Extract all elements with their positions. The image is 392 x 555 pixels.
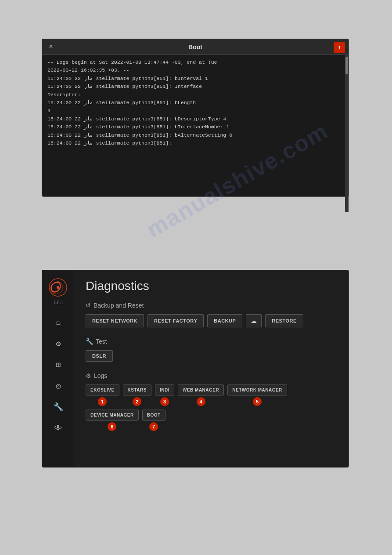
webmanager-number: 4 — [197, 397, 205, 406]
cloud-button[interactable]: ☁ — [246, 314, 262, 327]
grid-icon[interactable]: ⊞ — [50, 357, 66, 373]
devicemanager-number: 6 — [108, 422, 116, 431]
diagnostics-main: Diagnostics ↺ Backup and Reset RESET NET… — [75, 270, 349, 467]
page-title: Diagnostics — [86, 279, 338, 293]
backup-reset-label: Backup and Reset — [94, 302, 144, 309]
wrench-icon[interactable]: 🔧 — [50, 399, 66, 415]
test-icon: 🔧 — [86, 338, 93, 345]
logs-icon: ⚙ — [86, 372, 91, 379]
scrollbar[interactable] — [345, 55, 349, 212]
log-webmanager-wrap: WEB MANAGER 4 — [178, 385, 224, 406]
test-section: 🔧 Test DSLR — [86, 338, 338, 362]
log-line-9: 15:24:00 22 مار stellarmate python3[851]… — [47, 131, 343, 139]
boot-content: -- Logs begin at Sat 2022-01-08 13:47:44… — [42, 55, 349, 196]
networkmanager-button[interactable]: NETWORK MANAGER — [227, 385, 287, 395]
wifi-icon[interactable]: ◎ — [50, 378, 66, 394]
test-label: Test — [96, 338, 107, 345]
close-button[interactable]: × — [47, 43, 55, 51]
log-line-10: 15:24:00 22 مار stellarmate python3[851]… — [47, 139, 343, 147]
log-line-3: 15:24:00 22 مار stellarmate python3[851]… — [47, 83, 343, 91]
indi-button[interactable]: INDI — [155, 385, 174, 395]
reset-network-button[interactable]: RESET NETWORK — [86, 314, 144, 327]
restore-button[interactable]: RESTORE — [265, 314, 303, 327]
boot-title: Boot — [188, 44, 202, 51]
home-icon[interactable]: ⌂ — [50, 315, 66, 330]
devicemanager-button[interactable]: DEVICE MANAGER — [86, 410, 139, 421]
version-label: 1.6.1 — [54, 300, 63, 305]
log-networkmanager-wrap: NETWORK MANAGER 5 — [227, 385, 287, 406]
log-boot-wrap: BOOT 7 — [142, 410, 165, 431]
logs-section: ⚙ Logs EKOSLIVE 1 KSTARS 2 INDI 3 WEB MA… — [86, 372, 338, 431]
log-devicemanager-wrap: DEVICE MANAGER 6 — [86, 410, 139, 431]
upload-button[interactable]: ⬆ — [334, 42, 345, 53]
log-line-0: -- Logs begin at Sat 2022-01-08 13:47:44… — [47, 58, 343, 66]
log-line-5: 15:24:00 22 مار stellarmate python3[851]… — [47, 99, 343, 107]
log-line-8: 15:24:00 22 مار stellarmate python3[851]… — [47, 123, 343, 131]
backup-button[interactable]: BACKUP — [207, 314, 242, 327]
reset-factory-button[interactable]: RESET FACTORY — [147, 314, 204, 327]
kstars-button[interactable]: KSTARS — [123, 385, 151, 395]
boot-titlebar: × Boot ⬆ — [42, 39, 349, 55]
boot-window: × Boot ⬆ -- Logs begin at Sat 2022-01-08… — [42, 39, 349, 197]
logs-buttons: EKOSLIVE 1 KSTARS 2 INDI 3 WEB MANAGER 4… — [86, 385, 338, 431]
backup-reset-buttons: RESET NETWORK RESET FACTORY BACKUP ☁ RES… — [86, 314, 338, 327]
settings-icon[interactable]: ⚙ — [50, 336, 66, 352]
diagnostics-window: 1.6.1 ⌂ ⚙ ⊞ ◎ 🔧 👁 Diagnostics ↺ Backup a… — [42, 270, 349, 468]
dslr-button[interactable]: DSLR — [86, 350, 113, 362]
backup-reset-header: ↺ Backup and Reset — [86, 302, 338, 309]
log-ekoslive-wrap: EKOSLIVE 1 — [86, 385, 119, 406]
networkmanager-number: 5 — [253, 397, 262, 406]
backup-reset-section: ↺ Backup and Reset RESET NETWORK RESET F… — [86, 302, 338, 327]
sidebar: 1.6.1 ⌂ ⚙ ⊞ ◎ 🔧 👁 — [42, 270, 75, 467]
svg-point-1 — [57, 286, 59, 289]
logs-header: ⚙ Logs — [86, 372, 338, 379]
log-line-6: 9 — [47, 107, 343, 115]
boot-log-button[interactable]: BOOT — [142, 410, 165, 421]
ekoslive-button[interactable]: EKOSLIVE — [86, 385, 119, 395]
log-kstars-wrap: KSTARS 2 — [123, 385, 151, 406]
test-buttons: DSLR — [86, 350, 338, 362]
log-line-2: 15:24:00 22 مار stellarmate python3[851]… — [47, 75, 343, 83]
test-header: 🔧 Test — [86, 338, 338, 345]
webmanager-button[interactable]: WEB MANAGER — [178, 385, 224, 395]
logs-label: Logs — [94, 372, 107, 379]
indi-number: 3 — [160, 397, 169, 406]
log-line-1: 2022-03-22 16:02:35 +03. -- — [47, 66, 343, 74]
log-line-4: Descriptor: — [47, 91, 343, 99]
eye-icon[interactable]: 👁 — [50, 420, 66, 436]
kstars-number: 2 — [133, 397, 141, 406]
backup-reset-icon: ↺ — [86, 302, 91, 309]
scrollbar-thumb[interactable] — [345, 57, 348, 74]
ekoslive-number: 1 — [98, 397, 107, 406]
logo — [48, 277, 69, 298]
log-indi-wrap: INDI 3 — [155, 385, 174, 406]
boot-number: 7 — [149, 422, 158, 431]
log-line-7: 15:24:00 22 مار stellarmate python3[851]… — [47, 115, 343, 123]
